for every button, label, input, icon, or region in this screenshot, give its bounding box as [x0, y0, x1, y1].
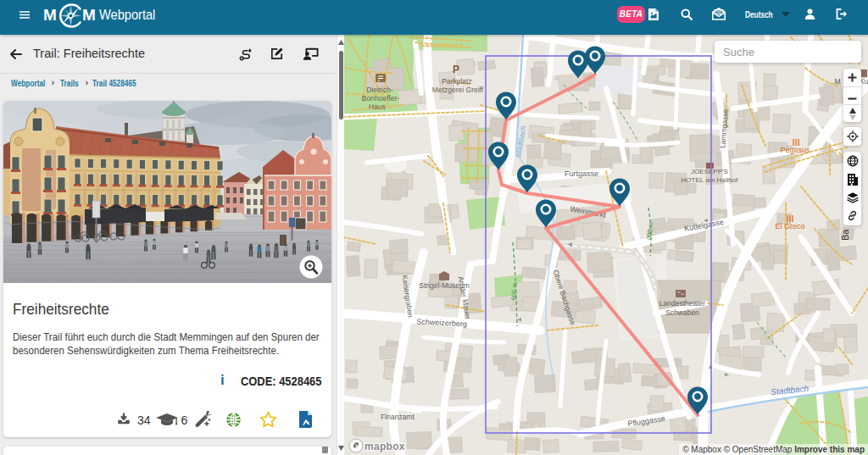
svg-text:Furtgasse: Furtgasse	[565, 169, 598, 178]
svg-text:600 m: 600 m	[509, 282, 519, 301]
svg-text:P: P	[453, 64, 459, 75]
svg-text:Finanzamt: Finanzamt	[381, 413, 415, 421]
svg-text:Haus: Haus	[369, 103, 386, 111]
svg-text:Bonhoeffer-: Bonhoeffer-	[362, 94, 399, 103]
svg-text:Parkplatz: Parkplatz	[442, 77, 471, 86]
svg-text:M: M	[834, 77, 840, 86]
svg-text:JOESEPP'S: JOESEPP'S	[691, 168, 728, 175]
svg-text:Metzgerei Greiff: Metzgerei Greiff	[432, 86, 484, 94]
svg-text:mapbox: mapbox	[364, 441, 405, 452]
svg-text:El Greco: El Greco	[775, 222, 804, 230]
svg-text:Pegasus: Pegasus	[780, 146, 810, 154]
svg-text:Dietrich-: Dietrich-	[366, 86, 393, 94]
svg-text:Landestheater: Landestheater	[659, 299, 706, 308]
svg-text:Schwaben: Schwaben	[665, 308, 699, 317]
svg-text:HOTEL am Hallhof: HOTEL am Hallhof	[682, 176, 739, 184]
